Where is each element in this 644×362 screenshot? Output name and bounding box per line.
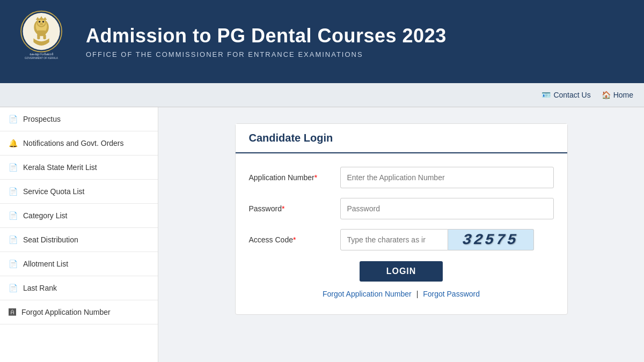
access-code-label: Access Code* <box>249 235 340 244</box>
password-row: Password* <box>249 198 554 219</box>
logo-container: കേരള സർക്കാർ GOVERNMENT OF KERALA <box>16 10 70 74</box>
forgot-app-icon: 🅰 <box>9 308 16 316</box>
allotment-list-icon: 📄 <box>9 260 18 268</box>
sidebar-item-prospectus[interactable]: 📄 Prospectus <box>0 107 158 131</box>
site-title: Admission to PG Dental Courses 2023 <box>86 25 447 47</box>
app-number-row: Application Number* <box>249 167 554 188</box>
access-code-required: * <box>293 235 296 244</box>
access-code-input-group: 32575 <box>340 229 534 250</box>
password-input[interactable] <box>340 198 554 219</box>
sidebar-item-seat-distribution[interactable]: 📄 Seat Distribution <box>0 228 158 252</box>
captcha-image: 32575 <box>448 229 534 250</box>
home-icon: 🏠 <box>602 91 611 99</box>
svg-text:GOVERNMENT OF KERALA: GOVERNMENT OF KERALA <box>25 57 58 60</box>
main-content: Candidate Login Application Number* Pass… <box>158 107 644 362</box>
login-card-header: Candidate Login <box>236 124 567 153</box>
login-card: Candidate Login Application Number* Pass… <box>235 123 568 315</box>
top-navbar: 🪪 Contact Us 🏠 Home <box>0 83 644 107</box>
svg-point-9 <box>40 23 43 25</box>
app-number-input[interactable] <box>340 167 554 188</box>
sidebar-item-last-rank[interactable]: 📄 Last Rank <box>0 276 158 300</box>
svg-rect-11 <box>37 34 40 39</box>
login-title: Candidate Login <box>249 132 554 144</box>
prospectus-icon: 📄 <box>9 115 18 123</box>
forgot-password-link[interactable]: Forgot Password <box>423 290 480 298</box>
service-quota-icon: 📄 <box>9 187 18 196</box>
home-link[interactable]: 🏠 Home <box>602 91 633 99</box>
site-subtitle: OFFICE OF THE COMMISSIONER FOR ENTRANCE … <box>86 50 447 58</box>
captcha-text: 32575 <box>462 232 519 248</box>
login-card-body: Application Number* Password* Access Cod… <box>236 153 567 314</box>
sidebar-item-forgot-app[interactable]: 🅰 Forgot Application Number <box>0 300 158 324</box>
access-code-input[interactable] <box>340 229 448 250</box>
notifications-icon: 🔔 <box>9 139 18 147</box>
contact-us-link[interactable]: 🪪 Contact Us <box>541 91 590 99</box>
svg-rect-12 <box>43 34 46 39</box>
login-button[interactable]: LOGIN <box>360 261 443 282</box>
sidebar-item-allotment-list[interactable]: 📄 Allotment List <box>0 252 158 276</box>
password-required: * <box>282 204 284 213</box>
svg-point-7 <box>39 20 40 22</box>
forgot-links: Forgot Application Number | Forgot Passw… <box>249 290 554 304</box>
sidebar-item-notifications[interactable]: 🔔 Notifications and Govt. Orders <box>0 131 158 156</box>
svg-point-8 <box>42 20 44 22</box>
app-number-required: * <box>314 173 317 182</box>
category-list-icon: 📄 <box>9 211 18 220</box>
seat-distribution-icon: 📄 <box>9 235 18 244</box>
last-rank-icon: 📄 <box>9 284 18 292</box>
header-text-block: Admission to PG Dental Courses 2023 OFFI… <box>86 25 447 58</box>
sidebar-item-category-list[interactable]: 📄 Category List <box>0 204 158 228</box>
kerala-merit-icon: 📄 <box>9 163 18 172</box>
sidebar-item-service-quota[interactable]: 📄 Service Quota List <box>0 180 158 204</box>
main-layout: 📄 Prospectus 🔔 Notifications and Govt. O… <box>0 107 644 362</box>
login-btn-row: LOGIN <box>249 261 554 282</box>
password-label: Password* <box>249 204 340 213</box>
site-header: കേരള സർക്കാർ GOVERNMENT OF KERALA Admiss… <box>0 0 644 83</box>
access-code-row: Access Code* 32575 <box>249 229 554 250</box>
link-separator: | <box>416 290 419 298</box>
forgot-app-number-link[interactable]: Forgot Application Number <box>323 290 412 298</box>
svg-text:കേരള സർക്കാർ: കേരള സർക്കാർ <box>30 52 54 56</box>
contact-icon: 🪪 <box>541 91 551 99</box>
app-number-label: Application Number* <box>249 173 340 182</box>
sidebar: 📄 Prospectus 🔔 Notifications and Govt. O… <box>0 107 158 362</box>
sidebar-item-kerala-merit[interactable]: 📄 Kerala State Merit List <box>0 156 158 180</box>
kerala-logo: കേരള സർക്കാർ GOVERNMENT OF KERALA <box>16 10 67 61</box>
